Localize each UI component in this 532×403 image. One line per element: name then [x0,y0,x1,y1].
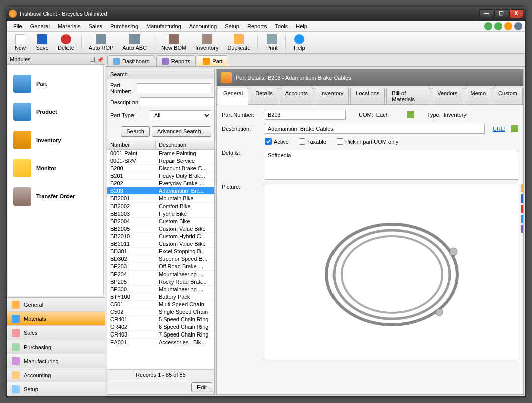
table-row[interactable]: CR4026 Speed Chain Ring [107,323,214,331]
table-row[interactable]: BP204Mountaineering ... [107,271,214,278]
pick-checkbox[interactable] [337,138,343,145]
category-purchasing[interactable]: Purchasing [7,340,105,354]
pic-save-icon[interactable] [521,194,523,203]
taxable-checkbox[interactable] [299,138,305,145]
detail-tab-locations[interactable]: Locations [350,88,385,104]
part-number-input[interactable] [137,83,211,93]
col-description-header[interactable]: Description [156,140,214,149]
menu-sales[interactable]: Sales [85,22,106,30]
new-bom-button[interactable]: New BOM [157,33,190,52]
category-setup[interactable]: Setup [7,382,105,396]
table-row[interactable]: BD301Excel Stopping B... [107,248,214,255]
detach-icon[interactable] [90,57,95,62]
nav-home-icon[interactable] [504,22,512,30]
module-transfer-order[interactable]: Transfer Order [10,182,101,211]
nav-up-icon[interactable] [514,22,522,30]
table-row[interactable]: EA001Accessories - Bik... [107,339,214,346]
print-button[interactable]: Print [261,33,282,52]
minimize-button[interactable]: — [479,9,493,18]
detail-tab-bill-of-materials[interactable]: Bill of Materials [386,88,430,104]
pin-icon[interactable]: 📌 [97,57,102,62]
menu-materials[interactable]: Materials [54,22,84,30]
table-row[interactable]: 0001-PaintFrame Painting [107,150,214,157]
module-product[interactable]: Product [10,98,101,126]
menu-purchasing[interactable]: Purchasing [107,22,142,30]
module-inventory[interactable]: Inventory [10,126,101,154]
advanced-search-button[interactable]: Advanced Search... [152,126,211,137]
module-part[interactable]: Part [10,70,101,98]
module-monitor[interactable]: Monitor [10,154,101,182]
category-manufacturing[interactable]: Manufacturing [7,354,105,368]
table-row[interactable]: C501Multi Speed Chain [107,301,214,308]
save-button[interactable]: Save [32,33,53,52]
table-row[interactable]: BP203Off Road Brake ... [107,263,214,271]
category-materials[interactable]: Materials [7,312,105,326]
table-row[interactable]: C502Single Speed Chain [107,308,214,316]
description-input[interactable] [140,97,214,107]
menu-tools[interactable]: Tools [272,22,292,30]
table-row[interactable]: B202Everyday Brake ... [107,180,214,187]
help-button[interactable]: Help [289,33,310,52]
close-button[interactable]: X [509,9,523,18]
table-row[interactable]: BB2004Custom Bike [107,218,214,225]
menu-help[interactable]: Help [292,22,311,30]
table-row[interactable]: BTY100Battery Pack [107,293,214,301]
active-checkbox[interactable] [265,138,272,145]
auto-abc-button[interactable]: Auto ABC [118,33,151,52]
table-row[interactable]: BP205Rocky Road Brak... [107,278,214,286]
pic-zoom-icon[interactable] [521,215,523,223]
table-row[interactable]: BB2003Hybrid Bike [107,210,214,218]
table-row[interactable]: B203Adamantium Bra... [107,187,214,195]
table-row[interactable]: CR4015 Speed Chain Ring [107,316,214,323]
table-row[interactable]: B200Discount Brake C... [107,165,214,172]
detail-tab-custom[interactable]: Custom [493,88,523,104]
pic-check-icon[interactable] [521,225,523,233]
table-row[interactable]: BB2002Comfort Bike [107,203,214,210]
duplicate-button[interactable]: Duplicate [223,33,254,52]
menu-reports[interactable]: Reports [244,22,271,30]
menu-general[interactable]: General [27,22,53,30]
pic-open-icon[interactable] [521,184,523,192]
pn-input[interactable] [265,110,346,120]
delete-button[interactable]: Delete [54,33,78,52]
table-row[interactable]: BB2010Custom Hybrid C... [107,233,214,240]
table-row[interactable]: BB2005Custom Value Bike [107,225,214,233]
inventory-button[interactable]: Inventory [191,33,222,52]
detail-tab-details[interactable]: Details [250,88,278,104]
pic-delete-icon[interactable] [521,205,523,213]
part-type-select[interactable]: All [150,110,211,120]
menu-file[interactable]: File [10,22,26,30]
menu-accounting[interactable]: Accounting [186,22,220,30]
table-row[interactable]: BB2011Custom Value Bike [107,240,214,248]
category-general[interactable]: General [7,298,105,312]
details-textarea[interactable]: Softpedia [265,150,518,180]
nav-forward-icon[interactable] [494,22,502,30]
search-button[interactable]: Search [121,126,150,137]
detail-tab-vendors[interactable]: Vendors [432,88,463,104]
edit-uom-icon[interactable] [407,111,414,118]
menu-manufacturing[interactable]: Manufacturing [143,22,185,30]
category-accounting[interactable]: Accounting [7,368,105,382]
edit-button[interactable]: Edit [191,382,212,392]
detail-tab-inventory[interactable]: Inventory [315,88,349,104]
auto-rop-button[interactable]: Auto ROP [85,33,118,52]
detail-tab-memo[interactable]: Memo [465,88,492,104]
detail-tab-accounts[interactable]: Accounts [280,88,313,104]
table-row[interactable]: 0001-SRVRepair Service [107,157,214,165]
maximize-button[interactable]: ☐ [494,9,508,18]
table-row[interactable]: BB2001Mountain Bike [107,195,214,203]
new-button[interactable]: New [10,33,31,52]
tab-part[interactable]: Part [197,55,228,66]
table-row[interactable]: BP300Mountaineering ... [107,286,214,293]
tab-dashboard[interactable]: Dashboard [107,55,155,66]
edit-url-icon[interactable] [511,125,518,132]
col-number-header[interactable]: Number [107,140,156,149]
category-sales[interactable]: Sales [7,326,105,340]
desc-input[interactable] [265,124,485,134]
table-row[interactable]: CR4037 Speed Chain Ring [107,331,214,339]
tab-reports[interactable]: Reports [156,55,196,66]
table-row[interactable]: B201Heavy Duty Brak... [107,172,214,180]
menu-setup[interactable]: Setup [221,22,243,30]
table-row[interactable]: BD302Superior Speed B... [107,255,214,263]
detail-tab-general[interactable]: General [218,88,248,105]
